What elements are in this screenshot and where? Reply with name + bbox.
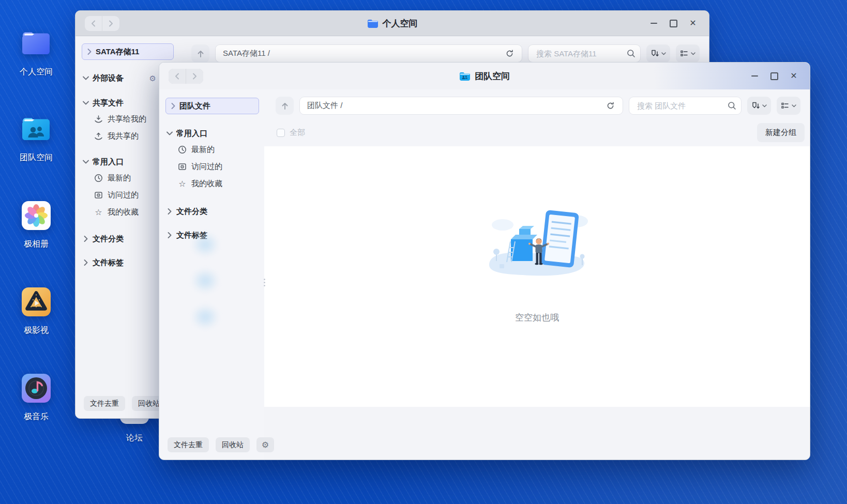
- maximize-button[interactable]: [766, 68, 782, 84]
- path-bar[interactable]: SATA存储11 /: [215, 44, 522, 63]
- close-button[interactable]: ✕: [786, 68, 801, 84]
- back-button[interactable]: [169, 69, 186, 84]
- search-input[interactable]: [636, 101, 728, 111]
- desktop-icon-team-space[interactable]: 团队空间: [4, 113, 68, 163]
- view-dropdown-button[interactable]: [777, 97, 800, 115]
- chevron-right-icon: [84, 259, 88, 266]
- team-toolbar: 团队文件 /: [264, 89, 810, 120]
- sidebar-item-latest[interactable]: 最新的: [165, 141, 259, 158]
- refresh-button[interactable]: [603, 99, 617, 113]
- sidebar-item-label: 共享给我的: [108, 114, 146, 124]
- search-icon[interactable]: [627, 49, 636, 58]
- back-button[interactable]: [85, 16, 102, 31]
- sidebar-section-label: 共享文件: [93, 98, 124, 108]
- team-file-area[interactable]: 空空如也哦: [264, 146, 810, 407]
- visited-icon: [94, 191, 103, 200]
- team-footer-area: [264, 407, 810, 460]
- sort-dropdown-button[interactable]: [747, 97, 771, 115]
- sidebar-resize-handle[interactable]: [264, 279, 265, 286]
- desktop-icon-music[interactable]: 极音乐: [4, 372, 68, 422]
- nav-buttons: [169, 69, 203, 84]
- search-box: [528, 44, 641, 63]
- chevron-down-icon: [83, 101, 89, 105]
- maximize-icon: [670, 20, 677, 27]
- chevron-down-icon: [792, 104, 796, 108]
- close-button[interactable]: ✕: [685, 16, 701, 31]
- sidebar-section-file-categories[interactable]: 文件分类: [165, 204, 259, 219]
- list-view-icon: [680, 50, 688, 57]
- new-group-button[interactable]: 新建分组: [757, 123, 805, 142]
- up-button[interactable]: [191, 44, 209, 63]
- sort-dropdown-button[interactable]: [646, 44, 670, 63]
- sidebar-item-label: 团队文件: [179, 101, 210, 111]
- chevron-down-icon: [762, 104, 767, 108]
- chevron-down-icon: [691, 52, 695, 55]
- window-title-text: 个人空间: [383, 18, 418, 29]
- sidebar-footer: 文件去重 回收站 ⚙: [165, 437, 259, 452]
- chevron-right-icon: [171, 103, 175, 109]
- sidebar-item-sata-storage[interactable]: SATA存储11: [82, 43, 174, 60]
- sort-icon: [651, 49, 659, 58]
- view-dropdown-button[interactable]: [676, 44, 700, 63]
- search-box: [629, 97, 742, 115]
- clock-icon: [94, 174, 103, 182]
- settings-button[interactable]: ⚙: [256, 437, 274, 452]
- search-icon[interactable]: [728, 101, 736, 110]
- personal-folder-icon: [20, 27, 53, 60]
- sidebar-item-visited[interactable]: 访问过的: [165, 158, 259, 175]
- team-main-pane: 团队文件 /: [264, 89, 810, 460]
- sidebar-ghost-blob: [191, 304, 219, 329]
- close-icon: ✕: [790, 72, 797, 80]
- up-button[interactable]: [276, 97, 294, 115]
- recycle-bin-button[interactable]: 回收站: [216, 437, 250, 452]
- forward-button[interactable]: [102, 16, 119, 31]
- sidebar-item-label: 访问过的: [108, 190, 139, 200]
- sidebar-section-label: 文件分类: [176, 207, 207, 217]
- desktop-icon-video[interactable]: 极影视: [4, 285, 68, 336]
- minimize-button[interactable]: [646, 16, 661, 31]
- team-sidebar: 团队文件 常用入口 最新的 访问过的: [159, 89, 264, 460]
- search-input[interactable]: [535, 49, 627, 58]
- desktop-icon-label: 个人空间: [20, 67, 53, 78]
- sidebar-section-common-entries[interactable]: 常用入口: [165, 126, 259, 141]
- path-bar[interactable]: 团队文件 /: [299, 97, 623, 115]
- window-controls: ✕: [747, 68, 810, 84]
- refresh-icon: [606, 101, 615, 110]
- desktop-icon-photos[interactable]: 极相册: [4, 199, 68, 250]
- team-folder-icon: [20, 113, 53, 146]
- chevron-right-icon: [192, 73, 197, 80]
- sort-icon: [751, 101, 760, 110]
- minimize-button[interactable]: [747, 68, 762, 84]
- team-titlebar[interactable]: 团队空间 ✕: [159, 63, 810, 89]
- select-all[interactable]: 全部: [277, 128, 305, 138]
- sidebar-item-label: SATA存储11: [96, 47, 139, 57]
- minimize-icon: [651, 23, 657, 24]
- sidebar-section-label: 常用入口: [176, 129, 207, 139]
- sidebar-item-favorites[interactable]: ☆ 我的收藏: [165, 175, 259, 192]
- music-app-icon: [20, 372, 53, 405]
- select-all-checkbox[interactable]: [277, 129, 285, 137]
- chevron-down-icon: [83, 76, 89, 80]
- sidebar-section-label: 文件标签: [93, 258, 124, 268]
- sidebar-ghost-blob: [191, 232, 219, 257]
- forward-button[interactable]: [186, 69, 203, 84]
- external-devices-gear-icon[interactable]: ⚙: [149, 74, 156, 82]
- current-path: 团队文件 /: [307, 101, 603, 111]
- desktop-icon-label: 极相册: [24, 239, 49, 250]
- nav-buttons: [85, 16, 119, 31]
- maximize-button[interactable]: [666, 16, 681, 31]
- dedupe-button[interactable]: 文件去重: [84, 396, 125, 411]
- refresh-button[interactable]: [502, 47, 517, 61]
- sidebar-item-team-files[interactable]: 团队文件: [165, 98, 259, 114]
- personal-titlebar[interactable]: 个人空间 ✕: [75, 11, 709, 36]
- sidebar-item-label: 最新的: [108, 173, 131, 183]
- chevron-down-icon: [83, 160, 89, 164]
- select-all-label: 全部: [290, 128, 305, 138]
- gear-icon: ⚙: [262, 441, 269, 449]
- sidebar-section-label: 外部设备: [93, 73, 124, 83]
- dedupe-button[interactable]: 文件去重: [168, 437, 209, 452]
- sidebar-item-label: 我共享的: [108, 131, 139, 141]
- clock-icon: [178, 145, 187, 154]
- desktop-icon-personal-space[interactable]: 个人空间: [4, 27, 68, 78]
- sidebar-item-label: 最新的: [191, 145, 215, 155]
